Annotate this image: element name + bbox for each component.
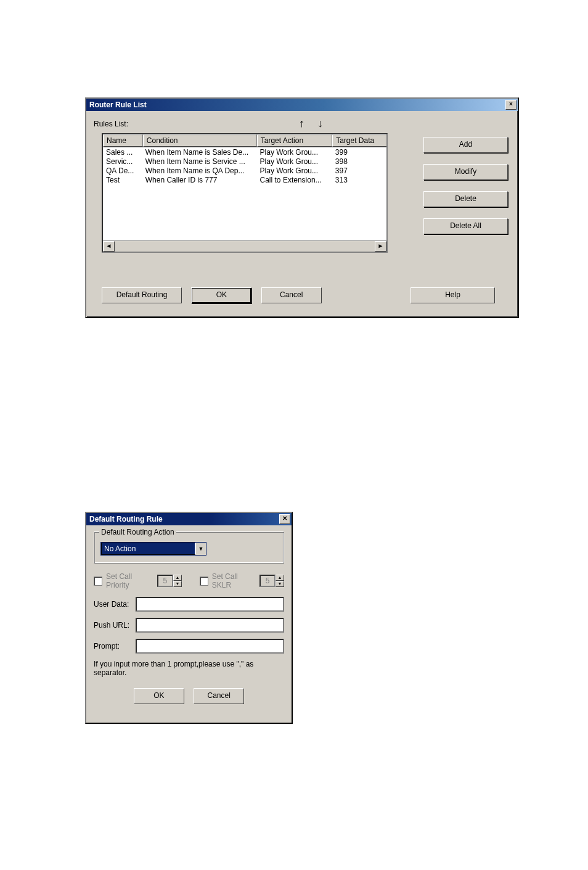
table-row[interactable]: QA De... When Item Name is QA Dep... Pla… <box>103 166 386 175</box>
delete-button[interactable]: Delete <box>423 191 508 207</box>
col-header-condition[interactable]: Condition <box>143 134 257 147</box>
cell-condition: When Item Name is Service ... <box>142 157 257 166</box>
ok-button[interactable]: OK <box>191 287 251 303</box>
horizontal-scrollbar[interactable]: ◄ ► <box>103 240 386 252</box>
dialog-titlebar[interactable]: Default Routing Rule ✕ <box>86 513 292 525</box>
move-down-icon[interactable]: ↓ <box>317 117 328 130</box>
prompt-label: Prompt: <box>94 642 136 650</box>
cell-action: Call to Extension... <box>257 175 332 184</box>
cell-data: 398 <box>332 157 386 166</box>
reorder-arrows: ↑ ↓ <box>299 117 328 130</box>
call-priority-spinner[interactable]: 5 ▲ ▼ <box>157 575 182 587</box>
move-up-icon[interactable]: ↑ <box>299 117 309 130</box>
groupbox-legend: Default Routing Action <box>99 528 176 536</box>
spinner-down-icon[interactable]: ▼ <box>173 581 182 587</box>
col-header-name[interactable]: Name <box>103 134 143 147</box>
cell-action: Play Work Grou... <box>257 147 332 157</box>
cell-name: Test <box>103 175 142 184</box>
cell-data: 397 <box>332 166 386 175</box>
spinner-up-icon[interactable]: ▲ <box>173 575 182 581</box>
cell-data: 399 <box>332 147 386 157</box>
default-routing-rule-dialog: Default Routing Rule ✕ Default Routing A… <box>85 512 293 724</box>
col-header-target-data[interactable]: Target Data <box>332 134 386 147</box>
spinner-value: 5 <box>157 575 173 587</box>
router-rule-list-dialog: Router Rule List × Rules List: ↑ ↓ Name … <box>85 97 519 318</box>
push-url-input[interactable] <box>136 618 284 633</box>
cell-name: Servic... <box>103 157 142 166</box>
dialog-title: Default Routing Rule <box>89 515 163 523</box>
cell-condition: When Item Name is Sales De... <box>142 147 257 157</box>
cell-name: QA De... <box>103 166 142 175</box>
scroll-right-icon[interactable]: ► <box>375 241 386 252</box>
set-call-priority-checkbox[interactable] <box>94 577 102 586</box>
help-button[interactable]: Help <box>410 287 495 303</box>
dialog-titlebar[interactable]: Router Rule List × <box>86 99 518 111</box>
side-buttons: Add Modify Delete Delete All <box>423 137 507 245</box>
bottom-buttons: Default Routing OK Cancel Help <box>102 287 502 305</box>
dialog-title: Router Rule List <box>89 101 505 109</box>
call-sklr-spinner[interactable]: 5 ▲ ▼ <box>259 575 284 587</box>
rules-list-label: Rules List: <box>94 120 128 128</box>
push-url-label: Push URL: <box>94 621 136 630</box>
prompt-hint: If you input more than 1 prompt,please u… <box>94 660 284 677</box>
dialog-buttons: OK Cancel <box>94 688 284 704</box>
spinner-value: 5 <box>259 575 276 587</box>
spinner-up-icon[interactable]: ▲ <box>276 575 284 581</box>
combobox-value: No Action <box>102 543 195 554</box>
routing-action-combobox[interactable]: No Action ▼ <box>100 542 206 556</box>
col-header-target-action[interactable]: Target Action <box>257 134 332 147</box>
close-icon[interactable]: × <box>505 100 517 110</box>
list-rows: Sales ... When Item Name is Sales De... … <box>103 147 386 239</box>
cancel-button[interactable]: Cancel <box>194 688 244 704</box>
cell-name: Sales ... <box>103 147 142 157</box>
cell-action: Play Work Grou... <box>257 166 332 175</box>
delete-all-button[interactable]: Delete All <box>423 218 508 234</box>
list-header: Name Condition Target Action Target Data <box>103 134 386 147</box>
set-call-sklr-label: Set Call SKLR <box>212 572 256 589</box>
set-call-sklr-checkbox[interactable] <box>200 577 208 586</box>
spinner-down-icon[interactable]: ▼ <box>276 581 284 587</box>
prompt-input[interactable] <box>136 639 284 654</box>
cell-condition: When Caller ID is 777 <box>142 175 257 184</box>
table-row[interactable]: Servic... When Item Name is Service ... … <box>103 157 386 166</box>
cell-condition: When Item Name is QA Dep... <box>142 166 257 175</box>
add-button[interactable]: Add <box>423 137 508 153</box>
cell-data: 313 <box>332 175 386 184</box>
close-icon[interactable]: ✕ <box>279 514 290 524</box>
user-data-input[interactable] <box>136 597 284 612</box>
priority-sklr-row: Set Call Priority 5 ▲ ▼ Set Call SKLR 5 … <box>94 572 284 589</box>
default-routing-button[interactable]: Default Routing <box>102 287 182 303</box>
cancel-button[interactable]: Cancel <box>261 287 322 303</box>
default-routing-action-group: Default Routing Action No Action ▼ <box>94 531 284 564</box>
scroll-left-icon[interactable]: ◄ <box>103 241 115 252</box>
chevron-down-icon[interactable]: ▼ <box>195 543 206 555</box>
ok-button[interactable]: OK <box>134 688 184 704</box>
rules-listbox[interactable]: Name Condition Target Action Target Data… <box>102 133 388 253</box>
cell-action: Play Work Grou... <box>257 157 332 166</box>
modify-button[interactable]: Modify <box>423 164 508 180</box>
table-row[interactable]: Test When Caller ID is 777 Call to Exten… <box>103 175 386 184</box>
user-data-label: User Data: <box>94 600 136 609</box>
table-row[interactable]: Sales ... When Item Name is Sales De... … <box>103 147 386 157</box>
set-call-priority-label: Set Call Priority <box>106 572 153 589</box>
